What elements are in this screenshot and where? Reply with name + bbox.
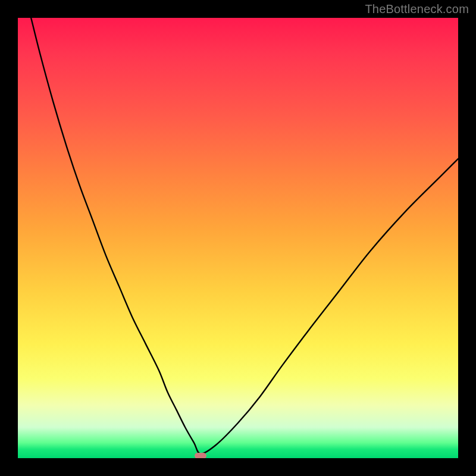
chart-frame: TheBottleneck.com bbox=[0, 0, 476, 476]
bottleneck-curve bbox=[31, 18, 458, 454]
plot-area bbox=[18, 18, 458, 458]
curve-svg bbox=[18, 18, 458, 458]
minimum-marker bbox=[195, 453, 206, 458]
watermark-text: TheBottleneck.com bbox=[365, 2, 469, 16]
